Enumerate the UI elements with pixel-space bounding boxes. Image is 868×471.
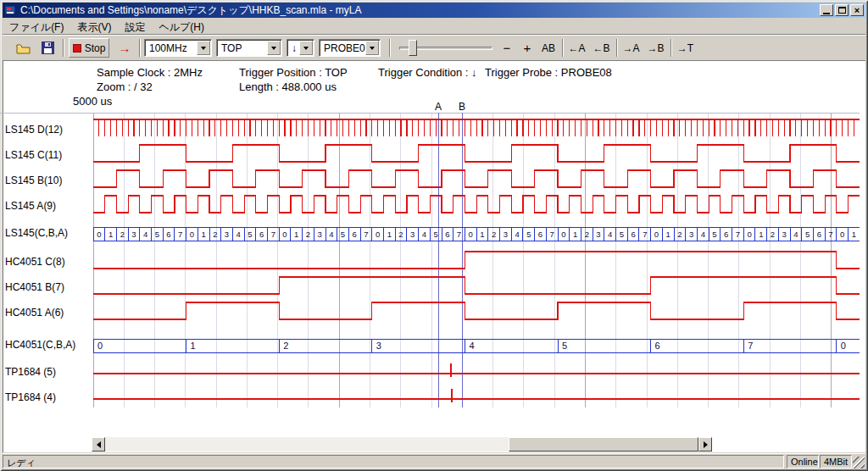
maximize-icon: [838, 7, 846, 14]
waveform-view[interactable]: [3, 60, 865, 452]
status-ready: レディ: [3, 455, 784, 468]
statusbar: レディ Online 4MBit: [3, 453, 865, 468]
channel-label-hc4051-bus: HC4051(C,B,A): [5, 339, 90, 351]
app-window: C:\Documents and Settings\noname\デスクトップ\…: [0, 0, 868, 471]
save-button[interactable]: [36, 38, 58, 58]
channel-label-tp1684-5: TP1684 (5): [5, 366, 90, 378]
open-folder-icon: [16, 42, 31, 54]
minimize-icon: [823, 13, 830, 14]
menu-view[interactable]: 表示(V): [70, 19, 118, 34]
channel-label-hc4051-a: HC4051 A(6): [5, 307, 90, 319]
status-memory: 4MBit: [820, 455, 852, 468]
dropdown-arrow-icon[interactable]: [267, 41, 281, 55]
goto-a-left-button[interactable]: ←A: [565, 38, 588, 58]
channel-label-tp1684-4: TP1684 (4): [5, 391, 90, 403]
resize-grip[interactable]: [853, 457, 865, 468]
scrollbar-thumb[interactable]: [509, 437, 698, 452]
ab-button[interactable]: AB: [538, 38, 559, 58]
stop-icon: [73, 44, 81, 53]
right-arrow-icon: [704, 441, 708, 448]
dropdown-arrow-icon[interactable]: [365, 41, 379, 55]
length-info: Length : 488.000 us: [239, 80, 337, 93]
toolbar-separator: [389, 39, 391, 57]
toolbar: Stop → 100MHz TOP ↓ PROBE00 − + AB ←A ←: [3, 36, 865, 60]
goto-trigger-button[interactable]: →T: [674, 38, 697, 58]
menu-settings[interactable]: 設定: [118, 19, 152, 34]
close-icon: ×: [854, 5, 860, 15]
channel-label-ls145-d: LS145 D(12): [5, 124, 90, 136]
goto-b-left-button[interactable]: ←B: [590, 38, 613, 58]
trigger-probe-info: Trigger Probe : PROBE08: [485, 66, 612, 79]
channel-label-ls145-bus: LS145(C,B,A): [5, 227, 90, 239]
sample-clock-combo[interactable]: 100MHz: [144, 39, 212, 57]
toolbar-separator: [670, 39, 672, 57]
zoom-out-button[interactable]: −: [498, 38, 516, 58]
trigger-edge-combo[interactable]: ↓: [287, 39, 314, 57]
toolbar-separator: [139, 39, 141, 57]
trigger-position-info: Trigger Position : TOP: [239, 66, 348, 79]
goto-b-right-button[interactable]: →B: [644, 38, 667, 58]
zoom-in-button[interactable]: +: [518, 38, 537, 58]
horizontal-scrollbar[interactable]: [92, 437, 712, 452]
open-button[interactable]: [13, 38, 35, 58]
zoom-slider-handle[interactable]: [409, 40, 417, 56]
menu-help[interactable]: ヘルプ(H): [152, 19, 211, 34]
channel-label-ls145-a: LS145 A(9): [5, 200, 90, 212]
maximize-button[interactable]: [835, 4, 849, 16]
scroll-right-button[interactable]: [698, 437, 712, 452]
trigger-position-value: TOP: [221, 42, 242, 54]
goto-a-right-button[interactable]: →A: [620, 38, 643, 58]
minimize-button[interactable]: [820, 4, 833, 16]
trigger-condition-info: Trigger Condition : ↓: [378, 66, 477, 79]
menu-file[interactable]: ファイル(F): [3, 19, 70, 34]
channel-label-hc4051-b: HC4051 B(7): [5, 281, 90, 293]
sample-clock-value: 100MHz: [149, 42, 187, 54]
toolbar-separator: [616, 39, 618, 57]
run-arrow-icon: →: [119, 41, 131, 55]
titlebar[interactable]: C:\Documents and Settings\noname\デスクトップ\…: [3, 3, 865, 18]
channel-label-hc4051-c: HC4051 C(8): [5, 256, 90, 268]
floppy-icon: [42, 42, 54, 54]
zoom-info: Zoom : / 32: [97, 80, 153, 93]
sample-clock-info: Sample Clock : 2MHz: [97, 66, 203, 79]
window-title: C:\Documents and Settings\noname\デスクトップ\…: [20, 3, 818, 18]
channel-label-ls145-b: LS145 B(10): [5, 175, 90, 186]
dropdown-arrow-icon[interactable]: [197, 41, 210, 55]
channel-label-ls145-c: LS145 C(11): [5, 149, 90, 161]
toolbar-separator: [562, 39, 564, 57]
close-button[interactable]: ×: [850, 4, 864, 16]
timebase-label: 5000 us: [73, 95, 112, 108]
scroll-left-button[interactable]: [92, 437, 105, 452]
menubar: ファイル(F) 表示(V) 設定 ヘルプ(H): [3, 19, 211, 34]
left-arrow-icon: [97, 441, 101, 448]
run-button[interactable]: →: [114, 38, 136, 58]
trigger-position-combo[interactable]: TOP: [216, 39, 282, 57]
trigger-edge-value: ↓: [292, 42, 297, 54]
toolbar-separator: [63, 39, 64, 57]
stop-button[interactable]: Stop: [69, 38, 109, 58]
stop-label: Stop: [85, 42, 106, 54]
trigger-probe-value: PROBE00: [324, 42, 370, 54]
status-online: Online: [787, 455, 819, 468]
app-icon: [4, 4, 17, 16]
dropdown-arrow-icon[interactable]: [299, 41, 313, 55]
trigger-probe-combo[interactable]: PROBE00: [319, 39, 381, 57]
